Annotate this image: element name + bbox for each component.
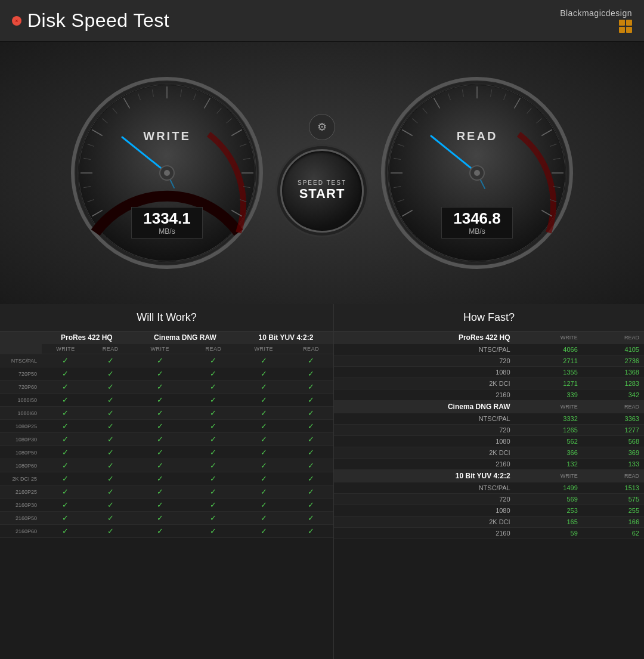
wiw-check: ✓	[42, 525, 89, 538]
speed-test-button[interactable]: SPEED TEST START	[280, 149, 364, 233]
wiw-subheader-row: WRITE READ WRITE READ WRITE READ	[0, 344, 333, 354]
wiw-check: ✓	[239, 420, 289, 433]
wiw-check: ✓	[239, 459, 289, 472]
wiw-row: 2160p25✓✓✓✓✓✓	[0, 485, 333, 499]
hf-data-row: 2K DCI366369	[334, 447, 644, 459]
wiw-check: ✓	[42, 380, 89, 394]
read-gauge: READ 1346.8 MB/s	[376, 72, 578, 274]
hf-col-read-header: READ	[583, 401, 644, 413]
hf-write-val: 1355	[515, 367, 583, 378]
hf-read-val: 342	[583, 389, 644, 401]
write-value-box: 1334.1 MB/s	[131, 207, 203, 239]
hf-row-label: 720	[334, 425, 515, 436]
wiw-check: ✓	[42, 512, 89, 525]
title-bar: × Disk Speed Test Blackmagicdesign	[0, 0, 644, 42]
wiw-check: ✓	[89, 433, 132, 446]
wiw-check: ✓	[132, 525, 188, 538]
wiw-check: ✓	[132, 420, 188, 433]
hf-data-row: 21605962	[334, 528, 644, 539]
hf-data-row: 2160339342	[334, 389, 644, 401]
wiw-check: ✓	[239, 485, 289, 499]
brand-logo: Blackmagicdesign	[560, 8, 632, 33]
hf-read-val: 133	[583, 459, 644, 470]
wiw-group-cdng: Cinema DNG RAW	[132, 332, 239, 344]
write-gauge: WRITE 1334.1 MB/s	[66, 72, 268, 274]
wiw-check: ✓	[42, 394, 89, 407]
hf-section-header-row: 10 Bit YUV 4:2:2WRITEREAD	[334, 470, 644, 482]
hf-write-val: 132	[515, 459, 583, 470]
hf-row-label: 2160	[334, 528, 515, 539]
hf-row-label: 720	[334, 355, 515, 367]
wiw-check: ✓	[132, 354, 188, 367]
settings-button[interactable]: ⚙	[309, 114, 335, 140]
wiw-check: ✓	[239, 525, 289, 538]
wiw-check: ✓	[289, 525, 333, 538]
hf-read-val: 575	[583, 494, 644, 505]
hf-write-val: 339	[515, 389, 583, 401]
hf-row-label: 2K DCI	[334, 516, 515, 528]
wiw-check: ✓	[42, 420, 89, 433]
hf-read-val: 62	[583, 528, 644, 539]
hf-row-label: 720	[334, 494, 515, 505]
wiw-check: ✓	[188, 433, 239, 446]
hf-row-label: 1080	[334, 367, 515, 378]
hf-row-label: 2160	[334, 459, 515, 470]
close-button[interactable]: ×	[12, 16, 21, 26]
hf-col-read-header: READ	[583, 470, 644, 482]
hf-read-val: 166	[583, 516, 644, 528]
hf-section-name: ProRes 422 HQ	[334, 332, 515, 344]
hf-read-val: 255	[583, 505, 644, 516]
hf-data-row: 720569575	[334, 494, 644, 505]
wiw-check: ✓	[289, 512, 333, 525]
hf-data-row: NTSC/PAL40664105	[334, 344, 644, 355]
wiw-format-label: 2160p30	[0, 499, 42, 512]
title-bar-left: × Disk Speed Test	[12, 10, 169, 32]
wiw-format-label: 1080i50	[0, 394, 42, 407]
wiw-check: ✓	[289, 499, 333, 512]
wiw-check: ✓	[132, 512, 188, 525]
wiw-check: ✓	[132, 433, 188, 446]
wiw-check: ✓	[289, 433, 333, 446]
hf-section-header-row: Cinema DNG RAWWRITEREAD	[334, 401, 644, 413]
hf-col-read-header: READ	[583, 332, 644, 344]
wiw-check: ✓	[188, 512, 239, 525]
hf-data-row: NTSC/PAL14991513	[334, 482, 644, 494]
wiw-check: ✓	[42, 407, 89, 420]
wiw-check: ✓	[188, 472, 239, 485]
hf-data-row: NTSC/PAL33323363	[334, 413, 644, 425]
hf-row-label: NTSC/PAL	[334, 344, 515, 355]
will-it-work-header: Will It Work?	[0, 304, 333, 332]
wiw-check: ✓	[89, 446, 132, 459]
wiw-check: ✓	[239, 380, 289, 394]
hf-write-val: 366	[515, 447, 583, 459]
wiw-check: ✓	[289, 420, 333, 433]
wiw-format-label: 1080p60	[0, 459, 42, 472]
wiw-check: ✓	[188, 354, 239, 367]
wiw-check: ✓	[289, 472, 333, 485]
wiw-check: ✓	[289, 354, 333, 367]
hf-write-val: 253	[515, 505, 583, 516]
hf-write-val: 59	[515, 528, 583, 539]
hf-col-write-header: WRITE	[515, 332, 583, 344]
wiw-check: ✓	[239, 512, 289, 525]
wiw-check: ✓	[89, 525, 132, 538]
hf-row-label: 1080	[334, 505, 515, 516]
wiw-format-label: 2160p50	[0, 512, 42, 525]
wiw-row: 2160p30✓✓✓✓✓✓	[0, 499, 333, 512]
wiw-format-label: 2K DCI 25	[0, 472, 42, 485]
hf-write-val: 2711	[515, 355, 583, 367]
hf-read-val: 568	[583, 436, 644, 447]
hf-row-label: 2K DCI	[334, 378, 515, 389]
write-unit: MB/s	[140, 227, 194, 236]
hf-read-val: 3363	[583, 413, 644, 425]
wiw-check: ✓	[132, 367, 188, 380]
hf-read-val: 2736	[583, 355, 644, 367]
wiw-format-label: 1080i60	[0, 407, 42, 420]
wiw-check: ✓	[132, 472, 188, 485]
gauges-area: WRITE 1334.1 MB/s ⚙ SPEED TEST START	[0, 42, 644, 304]
hf-data-row: 1080562568	[334, 436, 644, 447]
brand-square-2	[626, 20, 632, 26]
wiw-format-label: 2160p60	[0, 525, 42, 538]
hf-read-val: 1277	[583, 425, 644, 436]
wiw-check: ✓	[239, 407, 289, 420]
